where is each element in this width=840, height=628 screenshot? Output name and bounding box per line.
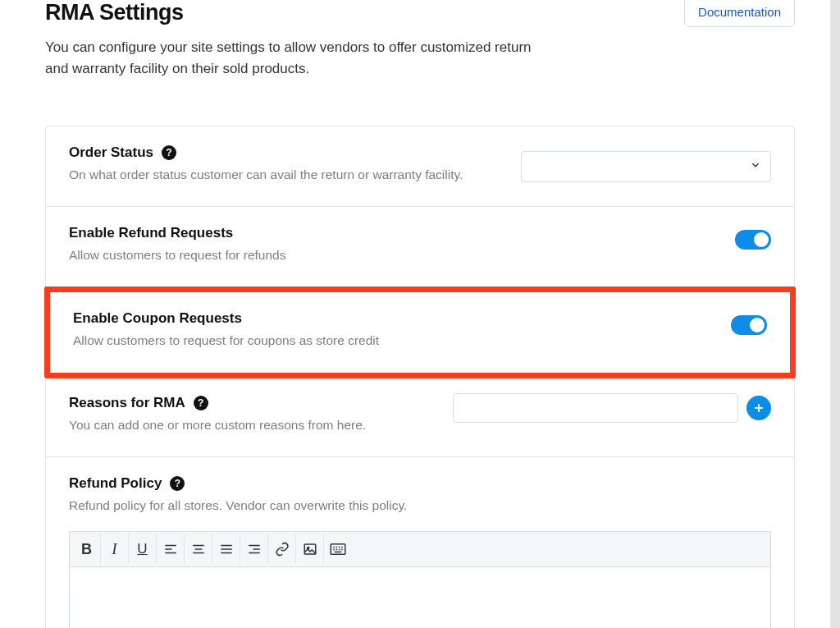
align-left-button[interactable] [157, 534, 185, 565]
setting-row-coupon-requests: Enable Coupon Requests Allow customers t… [44, 286, 796, 378]
page-title: RMA Settings [45, 0, 554, 25]
settings-panel: Order Status ? On what order status cust… [45, 126, 795, 628]
setting-row-refund-policy: Refund Policy ? Refund policy for all st… [46, 457, 794, 628]
align-center-button[interactable] [185, 534, 212, 565]
refund-policy-desc: Refund policy for all stores. Vendor can… [69, 497, 771, 515]
refund-policy-editor: B I U [69, 531, 771, 628]
help-icon[interactable]: ? [194, 396, 208, 410]
order-status-desc: On what order status customer can avail … [69, 166, 521, 184]
keyboard-button[interactable] [324, 534, 352, 565]
order-status-label: Order Status [69, 144, 153, 161]
coupon-requests-toggle[interactable] [731, 315, 767, 335]
refund-requests-desc: Allow customers to request for refunds [69, 246, 735, 264]
order-status-select[interactable] [521, 151, 771, 182]
setting-row-order-status: Order Status ? On what order status cust… [46, 126, 794, 208]
add-reason-button[interactable] [746, 396, 771, 420]
reasons-label: Reasons for RMA [69, 395, 185, 411]
image-button[interactable] [296, 534, 324, 565]
reasons-desc: You can add one or more custom reasons f… [69, 416, 453, 434]
reasons-input[interactable] [453, 393, 738, 423]
refund-requests-toggle[interactable] [735, 230, 771, 250]
refund-policy-label: Refund Policy [69, 475, 162, 492]
align-right-button[interactable] [240, 534, 268, 565]
setting-row-refund-requests: Enable Refund Requests Allow customers t… [46, 207, 794, 288]
editor-toolbar: B I U [70, 532, 770, 567]
refund-requests-label: Enable Refund Requests [69, 225, 233, 241]
page-description: You can configure your site settings to … [45, 37, 554, 80]
editor-content[interactable] [70, 567, 770, 628]
bold-button[interactable]: B [73, 534, 101, 565]
help-icon[interactable]: ? [170, 476, 185, 491]
coupon-requests-label: Enable Coupon Requests [73, 310, 242, 327]
svg-rect-16 [331, 544, 345, 555]
setting-row-reasons: Reasons for RMA ? You can add one or mor… [46, 377, 794, 458]
align-justify-button[interactable] [212, 534, 240, 565]
coupon-requests-desc: Allow customers to request for coupons a… [73, 332, 731, 350]
italic-button[interactable]: I [101, 534, 129, 565]
link-button[interactable] [268, 534, 296, 565]
underline-button[interactable]: U [129, 534, 157, 565]
documentation-button[interactable]: Documentation [684, 0, 795, 27]
help-icon[interactable]: ? [162, 145, 176, 160]
